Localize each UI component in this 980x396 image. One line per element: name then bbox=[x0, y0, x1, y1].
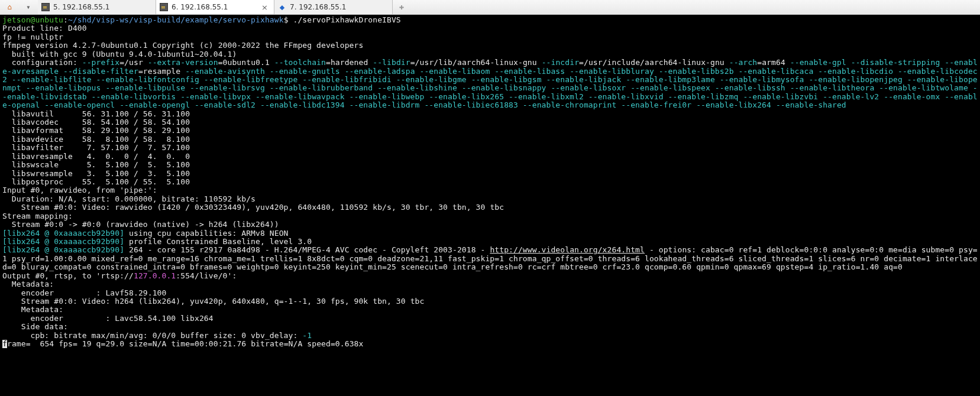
output-header: Output #0, rtsp, to 'rtsp://127.0.0.1:55… bbox=[2, 272, 978, 280]
libx264-line: [libx264 @ 0xaaaaccb92b90] 264 - core 15… bbox=[2, 246, 978, 271]
input-line: Stream #0:0 -> #0:0 (rawvideo (native) -… bbox=[2, 220, 978, 229]
lib-version: libavformat 58. 29.100 / 58. 29.100 bbox=[2, 126, 978, 135]
block-cursor: f bbox=[2, 340, 7, 348]
frame-progress: frame= 654 fps= 19 q=29.0 size=N/A time=… bbox=[2, 340, 978, 348]
lib-version: libavfilter 7. 57.100 / 7. 57.100 bbox=[2, 144, 978, 152]
prompt-path: ~/shd/visp-ws/visp-build/example/servo-p… bbox=[68, 15, 284, 24]
output-meta: Side data: bbox=[2, 323, 978, 331]
terminal-icon bbox=[160, 3, 168, 11]
tab-label: 6. 192.168.55.1 bbox=[172, 3, 228, 11]
dropdown-icon[interactable]: ▼ bbox=[24, 2, 33, 12]
tab-group: 5. 192.168.55.1 6. 192.168.55.1 × ◆ 7. 1… bbox=[38, 0, 410, 14]
home-icon[interactable]: ⌂ bbox=[5, 2, 14, 12]
input-line: Stream mapping: bbox=[2, 212, 978, 220]
lib-version: libavutil 56. 31.100 / 56. 31.100 bbox=[2, 110, 978, 118]
tab-session-5[interactable]: 5. 192.168.55.1 bbox=[38, 0, 156, 14]
close-icon[interactable]: × bbox=[255, 3, 268, 12]
x264-url[interactable]: http://www.videolan.org/x264.html bbox=[490, 245, 645, 254]
cpb-line: cpb: bitrate max/min/avg: 0/0/0 buffer s… bbox=[2, 332, 978, 340]
prompt-userhost: jetson@unbutu bbox=[2, 15, 63, 24]
stdout-line: Product line: D400 bbox=[2, 24, 978, 33]
output-meta: encoder : Lavc58.54.100 libx264 bbox=[2, 314, 978, 323]
output-meta: Metadata: bbox=[2, 280, 978, 288]
stdout-line: ffmpeg version 4.2.7-0ubuntu0.1 Copyrigh… bbox=[2, 41, 978, 50]
tab-session-6[interactable]: 6. 192.168.55.1 × bbox=[156, 0, 274, 14]
output-meta: Stream #0:0: Video: h264 (libx264), yuv4… bbox=[2, 297, 978, 306]
lib-version: libavresample 4. 0. 0 / 4. 0. 0 bbox=[2, 152, 978, 161]
new-tab-button[interactable]: ✚ bbox=[393, 0, 410, 14]
lib-version: libpostproc 55. 5.100 / 55. 5.100 bbox=[2, 178, 978, 186]
libx264-line: [libx264 @ 0xaaaaccb92b90] using cpu cap… bbox=[2, 229, 978, 238]
terminal-output[interactable]: jetson@unbutu:~/shd/visp-ws/visp-build/e… bbox=[0, 15, 980, 396]
lib-version: libavdevice 58. 8.100 / 58. 8.100 bbox=[2, 135, 978, 144]
site-icon: ◆ bbox=[278, 3, 286, 11]
stdout-line: fp != nullptr bbox=[2, 33, 978, 41]
stdout-line: built with gcc 9 (Ubuntu 9.4.0-1ubuntu1~… bbox=[2, 50, 978, 59]
lib-version: libavcodec 58. 54.100 / 58. 54.100 bbox=[2, 118, 978, 126]
input-line: Stream #0:0: Video: rawvideo (I420 / 0x3… bbox=[2, 203, 978, 212]
tab-label: 5. 192.168.55.1 bbox=[53, 3, 109, 11]
terminal-icon bbox=[41, 3, 50, 11]
libx264-line: [libx264 @ 0xaaaaccb92b90] profile Const… bbox=[2, 238, 978, 246]
tab-label: 7. 192.168.55.1 bbox=[290, 3, 346, 11]
output-meta: encoder : Lavf58.29.100 bbox=[2, 289, 978, 297]
browser-tab-strip: ⌂ ▼ 5. 192.168.55.1 6. 192.168.55.1 × ◆ … bbox=[0, 0, 980, 15]
tab-session-7[interactable]: ◆ 7. 192.168.55.1 bbox=[274, 0, 393, 14]
input-line: Input #0, rawvideo, from 'pipe:': bbox=[2, 186, 978, 194]
ffmpeg-configuration: configuration: --prefix=/usr --extra-ver… bbox=[2, 59, 978, 110]
lib-version: libswresample 3. 5.100 / 3. 5.100 bbox=[2, 170, 978, 178]
command-text: ./servoPixhawkDroneIBVS bbox=[293, 15, 400, 24]
lib-version: libswscale 5. 5.100 / 5. 5.100 bbox=[2, 161, 978, 169]
input-line: Duration: N/A, start: 0.000000, bitrate:… bbox=[2, 195, 978, 203]
prompt-end: $ bbox=[284, 15, 293, 24]
prompt-sep: : bbox=[63, 15, 68, 24]
output-meta: Metadata: bbox=[2, 306, 978, 314]
